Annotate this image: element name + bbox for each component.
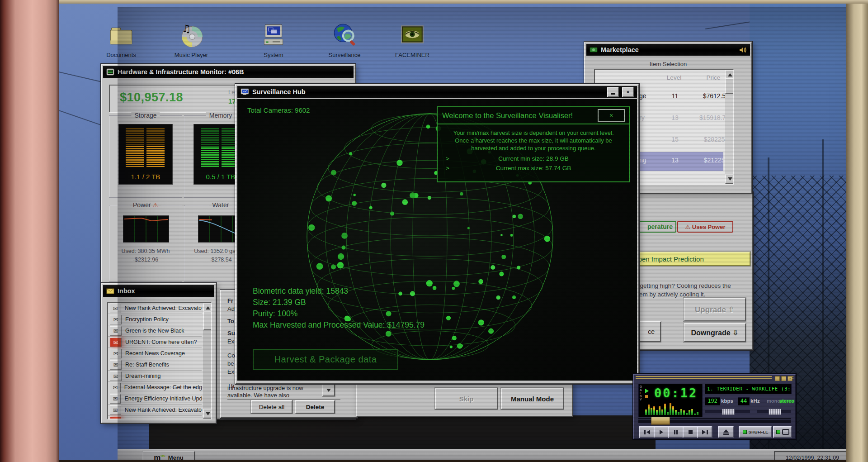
list-item[interactable]: ✉Dream-mining [108,371,202,382]
inbox-scrollbar[interactable] [203,303,211,419]
mail-subject: Green is the New Black [125,328,184,334]
seek-handle[interactable] [651,417,670,425]
buffer-indicator-icon [645,395,648,398]
eject-button[interactable] [718,426,734,438]
close-button[interactable]: × [622,87,634,97]
stop-button[interactable] [683,426,698,438]
monitor-bezel-bottom [59,460,846,462]
harvest-purity: Purity: 100% [253,308,425,319]
list-item[interactable]: ✉New Rank Achieved: Excavato... [108,303,202,314]
skip-button[interactable]: Skip [435,388,498,410]
upgrade-button[interactable]: Upgrade ⇧ [684,298,746,321]
desktop: Documents ♫ Music Player System Surveill… [59,4,846,460]
list-item[interactable]: ✉External Message: Get the edge... [108,382,202,393]
mail-field-fragment: To [227,317,235,325]
speaker-icon[interactable] [739,47,747,53]
marketplace-titlebar[interactable]: Marketplace [586,44,750,56]
pause-button[interactable] [668,426,684,438]
storage-gauge: 1.1 / 2 TB [118,124,173,185]
bullet: > [446,155,449,162]
loop-icon [782,429,789,435]
repeat-button[interactable] [773,426,792,438]
item-selection-header: Item Selection [585,61,751,67]
water-label: Water [209,201,232,209]
player-titlebar[interactable]: × [636,376,793,381]
time-display[interactable]: 00:12 [654,386,698,400]
storage-label: Storage [131,112,160,119]
play-button[interactable] [654,426,669,438]
marketplace-scrollbar[interactable] [725,70,733,184]
desktop-icon-music-player[interactable]: ♫ Music Player [164,22,218,58]
envelope-icon: ✉ [110,394,121,404]
player-close-button[interactable]: × [788,376,793,381]
envelope-icon: ✉ [110,417,121,420]
delete-all-button[interactable]: Delete all [251,400,292,414]
manual-mode-button[interactable]: Manual Mode [501,388,564,410]
desktop-icon-documents[interactable]: Documents [94,22,148,58]
list-item[interactable]: ✉URGENT: Come here often? [108,337,202,348]
surveillance-titlebar[interactable]: Surveillance Hub × [237,86,637,98]
envelope-icon: ✉ [110,326,122,336]
mail-subject: URGENT: High Electricity Usage [125,418,202,419]
next-button[interactable] [697,426,712,438]
cooling-description: ngs getting high? Cooling reduces thesys… [628,281,731,299]
dropdown-button[interactable] [322,384,335,396]
list-item[interactable]: ✉Energy Efficiency Initiative Upd... [108,393,202,405]
mail-subject: Re: Staff Benefits [125,362,169,368]
downgrade-button[interactable]: Downgrade ⇩ [684,323,746,342]
minimize-button[interactable] [607,87,619,97]
os-logo: mos [154,453,165,460]
scroll-down-button[interactable] [203,409,212,419]
cooling-panel: perature ⚠ Uses Power Open Impact Predic… [624,192,753,350]
mail-subject: Encryption Policy [125,316,169,323]
clutterbar[interactable]: O A I D V [640,385,642,401]
player-shade-button[interactable] [781,376,786,381]
envelope-icon: ✉ [110,383,121,392]
harvest-size: Size: 21.39 GB [253,297,425,308]
scroll-down-button[interactable] [725,174,734,184]
volume-handle[interactable] [722,409,735,415]
item-level: 15 [659,136,691,143]
inbox-titlebar[interactable]: Inbox [103,285,214,297]
seek-bar[interactable] [638,418,791,423]
balance-handle[interactable] [769,409,781,415]
power-cost: -$2312.96 [109,257,182,263]
list-item[interactable]: ✉Recent News Coverage [108,348,202,359]
open-impact-prediction-button[interactable]: Open Impact Prediction [628,252,750,266]
delete-button[interactable]: Delete [295,400,335,414]
mail-field-fragment: Su [227,329,235,338]
spectrum-analyzer [645,403,699,415]
list-item[interactable]: ✉Re: Staff Benefits [108,359,202,371]
hardware-titlebar[interactable]: Hardware & Infrastructure Monitor: #06B [103,66,354,78]
desktop-icon-surveillance[interactable]: Surveillance [317,22,372,58]
balance-slider[interactable] [757,410,791,414]
desktop-icon-system[interactable]: System [246,22,301,58]
scroll-thumb[interactable] [203,311,212,330]
item-level: 11 [659,92,691,100]
player-minimize-button[interactable] [775,376,780,381]
menu-button[interactable]: mos Menu [142,451,195,460]
globe-search-icon [331,22,358,48]
list-item[interactable]: ✉Green is the New Black [108,325,202,337]
envelope-icon: ✉ [110,405,121,415]
scroll-thumb[interactable] [725,78,734,94]
volume-slider[interactable] [705,410,750,414]
list-item[interactable]: ✉URGENT: High Electricity Usage [108,416,202,419]
list-item[interactable]: ✉Encryption Policy [108,314,202,325]
list-item[interactable]: ✉New Rank Achieved: Excavato... [108,405,202,416]
surveillance-hub-window: Surveillance Hub × Total Cameras: 9602 W… [235,84,639,384]
mail-subject: New Rank Achieved: Excavato... [125,305,202,311]
dialog-close-button[interactable]: × [598,109,625,122]
cd-icon: ♫ [178,22,204,48]
previous-button[interactable] [639,426,655,438]
stereo-indicator: stereo [779,398,794,404]
desktop-icon-faceminer[interactable]: FACEMINER [385,22,439,58]
track-title-display[interactable]: 1. TEKRIDER - WORKLIFE (3:48) [705,384,792,394]
icon-label: FACEMINER [385,52,439,58]
item-level: 13 [659,157,691,164]
harvest-package-button[interactable]: Harvest & Package data [253,349,398,370]
shuffle-button[interactable]: SHUFFLE [739,426,772,438]
item-name: ry [639,114,645,121]
icon-label: System [246,52,301,58]
mail-field-fragment: Ad [227,305,235,313]
